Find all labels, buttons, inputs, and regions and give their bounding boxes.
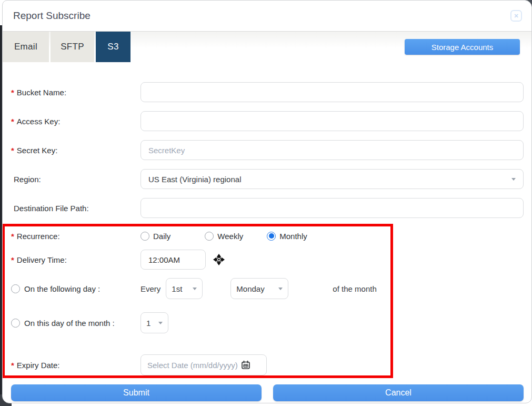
bucket-name-row: * Bucket Name: xyxy=(11,82,524,102)
close-icon[interactable]: ✕ xyxy=(510,10,522,22)
chevron-down-icon xyxy=(158,322,163,324)
calendar-icon xyxy=(241,360,250,370)
chevron-down-icon xyxy=(193,288,197,290)
destination-file-path-label: Destination File Path: xyxy=(11,204,140,213)
modal-header: Report Subscribe ✕ xyxy=(3,1,531,31)
expiry-date-picker[interactable]: Select Date (mm/dd/yyyy) xyxy=(140,354,267,375)
following-day-option[interactable]: On the following day : xyxy=(11,284,140,293)
tab-sftp[interactable]: SFTP xyxy=(51,32,94,62)
radio-monthly[interactable] xyxy=(267,232,276,241)
radio-following-day[interactable] xyxy=(11,284,20,293)
bucket-name-input[interactable] xyxy=(140,82,524,102)
radio-weekly[interactable] xyxy=(205,232,214,241)
recurrence-row: * Recurrence: Daily Weekly Monthly xyxy=(11,230,390,242)
day-select[interactable]: 1 xyxy=(140,312,168,333)
access-key-row: * Access Key: xyxy=(11,111,524,131)
required-marker: * xyxy=(11,255,14,264)
required-marker: * xyxy=(11,361,14,370)
s3-subscription-form: * Bucket Name: * Access Key: * Secret Ke… xyxy=(3,62,531,401)
expiry-date-label: * Expiry Date: xyxy=(11,361,140,370)
region-selected-value: US East (Virginia) regional xyxy=(148,175,241,184)
recurrence-option-weekly[interactable]: Weekly xyxy=(205,232,243,241)
weekday-select[interactable]: Monday xyxy=(230,278,288,299)
page-title: Report Subscribe xyxy=(13,10,91,22)
access-key-label: * Access Key: xyxy=(11,117,140,126)
tab-email[interactable]: Email xyxy=(3,32,49,62)
day-of-month-option[interactable]: On this day of the month : xyxy=(11,319,140,328)
bucket-name-label: * Bucket Name: xyxy=(11,88,140,97)
tab-s3[interactable]: S3 xyxy=(96,32,131,62)
required-marker: * xyxy=(11,88,14,97)
chevron-down-icon xyxy=(278,288,283,290)
access-key-input[interactable] xyxy=(140,111,524,131)
following-day-row: On the following day : Every 1st Monday … xyxy=(11,278,390,299)
day-of-month-row: On this day of the month : 1 xyxy=(11,312,390,333)
cancel-button[interactable]: Cancel xyxy=(273,384,524,401)
delivery-time-input[interactable] xyxy=(140,250,206,270)
ordinal-select[interactable]: 1st xyxy=(166,278,203,299)
secret-key-input[interactable] xyxy=(140,140,524,160)
report-subscribe-modal: Report Subscribe ✕ Email SFTP S3 Storage… xyxy=(2,0,532,403)
recurrence-highlight-box: * Recurrence: Daily Weekly Monthly xyxy=(2,224,393,378)
region-select[interactable]: US East (Virginia) regional xyxy=(140,169,524,189)
of-the-month-label: of the month xyxy=(333,284,376,293)
recurrence-label: * Recurrence: xyxy=(11,232,140,241)
expiry-date-placeholder: Select Date (mm/dd/yyyy) xyxy=(147,361,238,370)
expiry-date-row: * Expiry Date: Select Date (mm/dd/yyyy) xyxy=(11,354,390,375)
required-marker: * xyxy=(11,117,14,126)
destination-file-path-input[interactable] xyxy=(140,198,524,218)
radio-day-of-month[interactable] xyxy=(11,319,20,328)
required-marker: * xyxy=(11,232,14,241)
required-marker: * xyxy=(11,146,14,155)
secret-key-label: * Secret Key: xyxy=(11,146,140,155)
delivery-time-row: * Delivery Time: xyxy=(11,250,390,270)
recurrence-option-monthly[interactable]: Monthly xyxy=(267,232,307,241)
region-label: Region: xyxy=(11,175,140,184)
destination-file-path-row: Destination File Path: xyxy=(11,198,524,218)
submit-button[interactable]: Submit xyxy=(11,384,262,401)
secret-key-row: * Secret Key: xyxy=(11,140,524,160)
recurrence-option-daily[interactable]: Daily xyxy=(140,232,170,241)
radio-daily[interactable] xyxy=(140,232,149,241)
time-picker-move-icon[interactable] xyxy=(213,253,225,266)
every-label: Every xyxy=(140,284,160,293)
action-buttons: Submit Cancel xyxy=(11,384,524,401)
storage-accounts-button[interactable]: Storage Accounts xyxy=(405,39,520,55)
chevron-down-icon xyxy=(511,178,516,181)
tab-bar: Email SFTP S3 Storage Accounts xyxy=(3,31,531,62)
delivery-time-label: * Delivery Time: xyxy=(11,255,140,264)
region-row: Region: US East (Virginia) regional xyxy=(11,169,524,189)
